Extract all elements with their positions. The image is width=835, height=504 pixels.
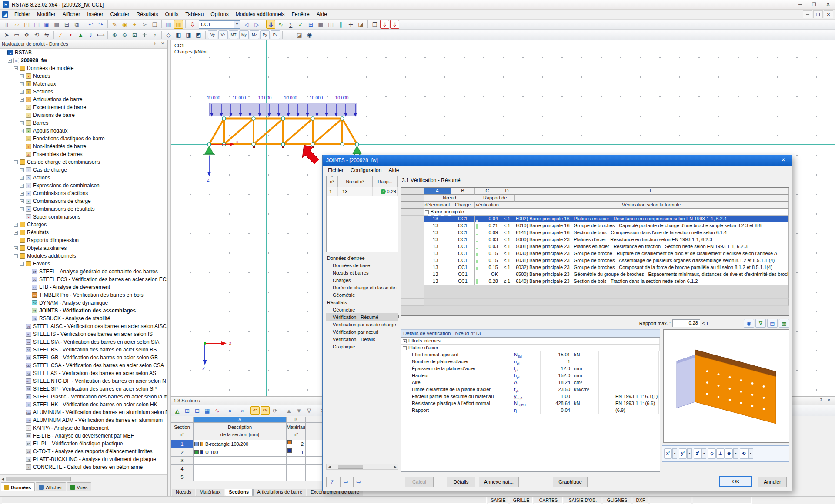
verification-row[interactable]: — 13CC10.15≤ 16031) Barre principale 23 … bbox=[401, 257, 789, 264]
formula-description-cell[interactable]: 6140) Barre principale 23 - Section de b… bbox=[514, 278, 789, 285]
rotate-icon[interactable]: ⟲ bbox=[32, 30, 41, 39]
chevron-down-icon[interactable]: ▼ bbox=[672, 448, 677, 459]
column-left-icon[interactable]: ⇤ bbox=[227, 406, 236, 415]
details-row[interactable]: Nombre de platines d'aciernpl1 bbox=[401, 358, 660, 365]
perpendicular-view-button[interactable]: ⊥ bbox=[716, 448, 725, 459]
expand-toggle-icon[interactable]: + bbox=[20, 192, 24, 196]
print-icon[interactable]: ⊟ bbox=[62, 20, 71, 29]
tree-item[interactable]: +Résultats bbox=[0, 229, 167, 236]
table-dock-icon[interactable]: ▥ bbox=[174, 20, 183, 29]
tree-item[interactable]: Rapports d'impression bbox=[0, 236, 167, 244]
guidelines-icon[interactable]: ∥ bbox=[336, 20, 345, 29]
new-member-icon[interactable]: ∕ bbox=[56, 30, 65, 39]
navigator-tab-afficher[interactable]: Afficher bbox=[36, 482, 66, 491]
tree-item[interactable]: ∠Ensembles de barres bbox=[0, 150, 167, 158]
rotate-view-button[interactable]: ⟲ bbox=[740, 448, 748, 459]
pdf-print-icon[interactable]: ⇓ bbox=[390, 20, 399, 29]
node-cell[interactable]: — 13 bbox=[424, 236, 451, 243]
project-manager-icon[interactable]: ◰ bbox=[32, 20, 41, 29]
next-node-button[interactable]: ⇨ bbox=[353, 477, 364, 487]
result-mt-button[interactable]: MT bbox=[229, 30, 238, 39]
print-report-button[interactable]: ▤ bbox=[767, 319, 778, 328]
zoom-out-icon[interactable]: ⊖ bbox=[120, 30, 129, 39]
expand-toggle-icon[interactable]: − bbox=[14, 254, 18, 258]
pin-icon[interactable]: ↧ bbox=[818, 398, 825, 404]
expand-toggle-icon[interactable]: + bbox=[20, 168, 24, 172]
pin-icon[interactable]: ↧ bbox=[151, 41, 158, 47]
ratio-cell[interactable]: 0.21 bbox=[475, 222, 500, 229]
node-cell[interactable]: — 13 bbox=[424, 222, 451, 229]
tree-item[interactable]: ISSTEEL IS - Vérification des barres en … bbox=[0, 330, 167, 338]
loadcase-combobox[interactable]: CC1▼ bbox=[199, 20, 240, 29]
display-properties-icon[interactable]: ≡ bbox=[285, 30, 294, 39]
menu-fichier[interactable]: Fichier bbox=[11, 10, 33, 19]
row-delete-icon[interactable]: ⊟ bbox=[193, 406, 202, 415]
tree-item[interactable]: SPSTEEL SP - Vérification des barres en … bbox=[0, 385, 167, 393]
tree-item[interactable]: +✦Combinaisons d'actions bbox=[0, 189, 167, 197]
table-tab-n-uds[interactable]: Nœuds bbox=[172, 489, 195, 496]
tree-item[interactable]: RSRSBUCK - Analyse de stabilité bbox=[0, 315, 167, 322]
ratio-cell[interactable]: 0.03 bbox=[475, 243, 500, 250]
zoom-view-button[interactable]: ⊕ bbox=[725, 448, 733, 459]
tree-item[interactable]: +•Nœuds bbox=[0, 72, 167, 80]
dialog-nav-item[interactable]: Charges bbox=[326, 276, 398, 284]
menu-modifier[interactable]: Modifier bbox=[33, 10, 59, 19]
material-number-cell[interactable]: 2 bbox=[287, 440, 306, 448]
tree-item[interactable]: HKSTEEL HK - Vérification des barres en … bbox=[0, 401, 167, 408]
row-header[interactable] bbox=[401, 250, 424, 257]
dialog-nav-item[interactable]: Vérification par cas de charge bbox=[326, 321, 398, 328]
previous-node-button[interactable]: ⇦ bbox=[340, 477, 351, 487]
dialog-nav-item[interactable]: Données d'entrée bbox=[326, 254, 398, 262]
ratio-cell[interactable]: 0.09 bbox=[475, 229, 500, 236]
menu-fen-tre[interactable]: Fenêtre bbox=[288, 10, 313, 19]
material-number-cell[interactable] bbox=[287, 465, 306, 473]
tree-item[interactable]: ↕KAPPA - Analyse de flambement bbox=[0, 424, 167, 432]
column-letter-header[interactable] bbox=[171, 417, 194, 423]
tree-item[interactable]: +◦Articulations de barre bbox=[0, 96, 167, 103]
tree-item[interactable]: EPEL-PL - Vérification élastique-plastiq… bbox=[0, 440, 167, 448]
dialog-nav-item[interactable]: Résultats bbox=[326, 298, 398, 306]
tree-item[interactable]: SIASTEEL SIA - Vérification des barres e… bbox=[0, 338, 167, 346]
section-new-icon[interactable]: ◭ bbox=[173, 406, 182, 415]
calcul-button[interactable]: Calcul bbox=[405, 477, 434, 487]
mirror-icon[interactable]: ⇋ bbox=[42, 30, 51, 39]
column-letter-D[interactable]: D bbox=[500, 188, 514, 195]
tables-icon[interactable]: ⊞ bbox=[306, 20, 315, 29]
column-letter-C[interactable]: C bbox=[475, 188, 500, 195]
node-cell[interactable]: — 13 bbox=[424, 250, 451, 257]
row-number[interactable]: 4 bbox=[171, 465, 194, 473]
render-mode-icon[interactable]: ◪ bbox=[295, 30, 304, 39]
close-icon[interactable]: ✕ bbox=[821, 0, 835, 9]
table-edit-icon[interactable]: ▦ bbox=[203, 406, 212, 415]
details-row[interactable]: Hauteurhpl152.0mm bbox=[401, 372, 660, 379]
row-number[interactable]: 2 bbox=[171, 448, 194, 457]
result-mz-button[interactable]: Mz bbox=[250, 30, 259, 39]
isometric-view-button[interactable]: ◇ bbox=[708, 448, 716, 459]
new-node-icon[interactable]: • bbox=[66, 30, 75, 39]
section-description-cell[interactable] bbox=[194, 465, 287, 473]
dialog-nav-item[interactable]: Géométrie bbox=[326, 291, 398, 298]
view-along-x-button[interactable]: x' bbox=[664, 448, 672, 459]
material-number-cell[interactable] bbox=[287, 457, 306, 465]
snap-target-icon[interactable]: ⌖ bbox=[130, 20, 139, 29]
close-icon[interactable]: ✕ bbox=[159, 41, 166, 47]
node-cell[interactable]: — 13 bbox=[424, 278, 451, 285]
select-pointer-icon[interactable]: ➤ bbox=[2, 30, 11, 39]
ratio-cell[interactable]: 0.15 bbox=[475, 264, 500, 271]
tree-item[interactable]: −Cas de charge et combinaisons bbox=[0, 158, 167, 166]
verification-row[interactable]: — 13CC1OK6500) Barre principale 23 - Géo… bbox=[401, 271, 789, 278]
save-icon[interactable]: ▣ bbox=[42, 20, 51, 29]
tree-item[interactable]: +↓Cas de charge bbox=[0, 166, 167, 174]
details-group-efforts[interactable]: +Efforts internes bbox=[401, 338, 660, 345]
tree-item[interactable]: PBPLATE-BUCKLING - Analyse du voilement … bbox=[0, 455, 167, 463]
expand-toggle-icon[interactable]: + bbox=[14, 231, 18, 235]
show-results-icon[interactable]: ∿ bbox=[276, 20, 285, 29]
loadcase-cell[interactable]: CC1 bbox=[451, 216, 475, 222]
details-row[interactable]: Limite d'élasticité de la platine d'acie… bbox=[401, 386, 660, 393]
scroll-left-icon[interactable]: ◀ bbox=[327, 465, 332, 469]
verification-row[interactable]: — 13CC10.21≤ 16010) Barre principale 16 … bbox=[401, 222, 789, 229]
pointer-mode-icon[interactable]: ➢ bbox=[140, 20, 149, 29]
column-letter-E[interactable]: E bbox=[514, 188, 789, 195]
pdf-export-icon[interactable]: ⇓ bbox=[380, 20, 389, 29]
joint-list-row[interactable]: 113✓0.28 bbox=[327, 187, 398, 196]
